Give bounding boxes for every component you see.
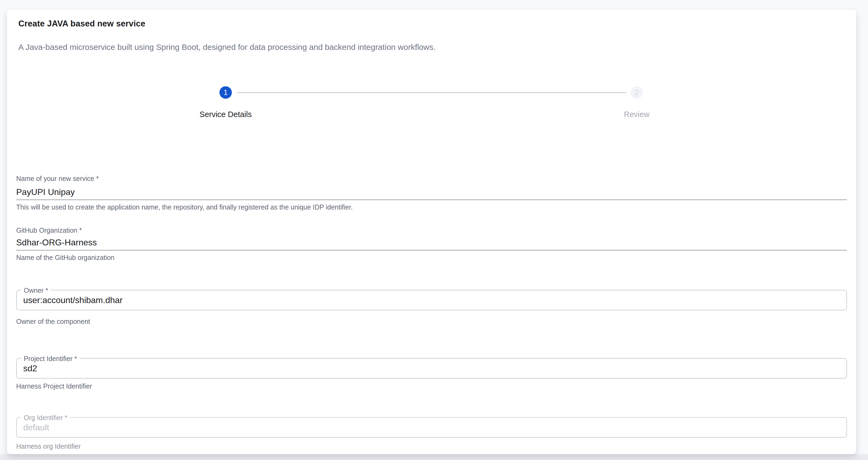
github-org-helper: Name of the GitHub organization bbox=[16, 254, 115, 262]
owner-input[interactable] bbox=[17, 290, 846, 310]
step-1-label: Service Details bbox=[172, 110, 280, 119]
github-org-input[interactable] bbox=[16, 235, 847, 251]
project-identifier-helper: Harness Project Identifier bbox=[16, 382, 92, 390]
org-identifier-label: Org Identifier * bbox=[21, 414, 70, 422]
stepper-connector bbox=[237, 92, 626, 93]
owner-label: Owner * bbox=[21, 286, 51, 294]
page-title: Create JAVA based new service bbox=[18, 19, 145, 29]
step-2-circle: 2 bbox=[630, 86, 643, 99]
github-org-label: GitHub Organization * bbox=[16, 227, 82, 234]
project-identifier-label: Project Identifier * bbox=[21, 355, 80, 363]
project-identifier-input[interactable] bbox=[17, 359, 846, 378]
org-identifier-helper: Harness org Identifier bbox=[16, 442, 81, 450]
service-name-label: Name of your new service * bbox=[16, 175, 99, 183]
step-2-number: 2 bbox=[634, 89, 639, 97]
service-name-helper: This will be used to create the applicat… bbox=[16, 203, 353, 211]
create-service-card: Create JAVA based new service A Java-bas… bbox=[7, 10, 856, 454]
step-1-number: 1 bbox=[223, 89, 227, 97]
service-name-input[interactable] bbox=[16, 185, 847, 200]
step-2-label: Review bbox=[583, 110, 691, 119]
step-1-circle: 1 bbox=[219, 86, 232, 99]
org-identifier-input[interactable] bbox=[17, 418, 846, 437]
owner-helper: Owner of the component bbox=[16, 318, 90, 325]
page-description: A Java-based microservice built using Sp… bbox=[18, 43, 436, 52]
page-background-strip bbox=[0, 454, 868, 460]
